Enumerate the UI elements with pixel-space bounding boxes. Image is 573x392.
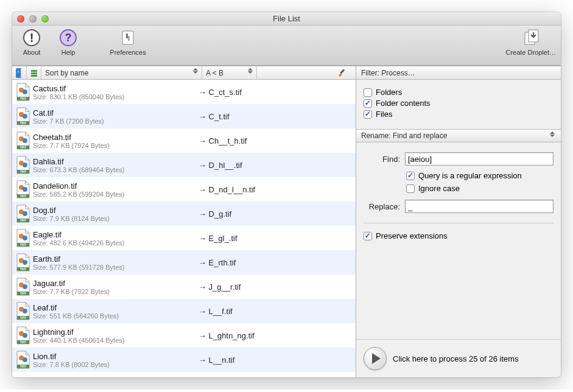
file-size: Size: 482.6 KB (494226 Bytes): [33, 239, 199, 247]
folders-checkbox[interactable]: [364, 88, 372, 97]
file-new-name: → D_g.tif: [199, 201, 356, 226]
svg-rect-10: [21, 68, 23, 78]
replace-input[interactable]: [405, 200, 554, 213]
help-button[interactable]: ? Help: [54, 28, 83, 56]
file-tiff-icon: TIFF: [12, 250, 32, 275]
file-size: Size: 440.1 KB (450614 Bytes): [33, 337, 199, 344]
zoom-icon[interactable]: [41, 15, 49, 23]
minimize-icon[interactable]: [29, 15, 37, 23]
sort-dropdown[interactable]: Sort by name: [41, 66, 202, 79]
svg-text:TIFF: TIFF: [20, 219, 27, 222]
table-row[interactable]: TIFF Eagle.tif Size: 482.6 KB (494226 By…: [12, 226, 356, 250]
file-tiff-icon: TIFF: [12, 323, 32, 348]
svg-point-34: [23, 187, 27, 192]
header-finder-icon[interactable]: [12, 66, 27, 79]
file-tiff-icon: TIFF: [12, 153, 32, 177]
folder-contents-checkbox[interactable]: [364, 99, 372, 108]
file-name: Jaguar.tif: [33, 279, 199, 288]
rename-header-label: Rename: Find and replace: [361, 131, 447, 140]
ignore-case-checkbox[interactable]: [406, 184, 415, 193]
about-label: About: [23, 49, 41, 56]
file-tiff-icon: TIFF: [12, 80, 32, 104]
file-size: Size: 7.8 KB (8002 Bytes): [33, 361, 199, 368]
rename-body: Find: Query is a regular expression Igno…: [356, 142, 561, 339]
file-new-name: → J_g__r.tif: [199, 275, 356, 299]
file-new-name: → Ch__t_h.tif: [199, 128, 356, 153]
file-name: Lightning.tif: [33, 327, 199, 337]
help-label: Help: [62, 49, 76, 56]
file-name: Cheetah.tif: [33, 133, 199, 142]
table-row[interactable]: TIFF Cat.tif Size: 7 KB (7200 Bytes) → C…: [12, 104, 356, 128]
find-input[interactable]: [405, 152, 554, 166]
file-size: Size: 830.1 KB (850040 Bytes): [33, 93, 199, 100]
table-row[interactable]: TIFF Dandelion.tif Size: 585.2 KB (59920…: [12, 177, 356, 201]
svg-rect-5: [126, 33, 128, 38]
find-label: Find:: [364, 155, 400, 164]
create-droplet-button[interactable]: Create Droplet…: [505, 28, 556, 56]
file-tiff-icon: TIFF: [12, 275, 32, 299]
svg-rect-16: [340, 69, 345, 74]
file-size: Size: 7.9 KB (8124 Bytes): [33, 215, 199, 222]
regex-checkbox[interactable]: [406, 172, 415, 180]
brush-icon[interactable]: [337, 68, 346, 77]
preferences-icon: [118, 28, 138, 47]
svg-point-62: [23, 357, 27, 362]
help-icon: ?: [58, 28, 78, 47]
file-new-name: → L_ghtn_ng.tif: [199, 323, 356, 348]
content: Sort by name A < B TIFF Cactus.tif S: [12, 66, 561, 377]
svg-text:TIFF: TIFF: [20, 194, 27, 198]
files-label: Files: [376, 110, 392, 119]
svg-point-42: [23, 236, 27, 240]
table-row[interactable]: TIFF Cheetah.tif Size: 7.7 KB (7924 Byte…: [12, 128, 356, 153]
folder-contents-label: Folder contents: [376, 99, 431, 108]
svg-text:!: !: [30, 31, 34, 44]
preferences-label: Preferences: [110, 49, 146, 56]
process-button[interactable]: [364, 347, 387, 370]
file-tiff-icon: TIFF: [12, 201, 32, 226]
svg-point-11: [18, 71, 19, 72]
svg-point-46: [23, 260, 27, 265]
file-name: Dandelion.tif: [33, 181, 199, 191]
svg-text:TIFF: TIFF: [20, 121, 27, 125]
header-view-icon[interactable]: [27, 66, 41, 79]
table-row[interactable]: TIFF Dahlia.tif Size: 673.3 KB (689464 B…: [12, 153, 356, 177]
svg-point-54: [23, 309, 27, 313]
table-row[interactable]: TIFF Cactus.tif Size: 830.1 KB (850040 B…: [12, 80, 356, 104]
svg-text:TIFF: TIFF: [20, 97, 27, 100]
preferences-button[interactable]: Preferences: [104, 28, 152, 56]
window-title: File List: [12, 14, 561, 23]
table-row[interactable]: TIFF Leaf.tif Size: 551 KB (564260 Bytes…: [12, 299, 356, 323]
table-row[interactable]: TIFF Dog.tif Size: 7.9 KB (8124 Bytes) →…: [12, 201, 356, 226]
table-row[interactable]: TIFF Jaguar.tif Size: 7.7 KB (7922 Bytes…: [12, 275, 356, 299]
file-tiff-icon: TIFF: [12, 177, 32, 201]
droplet-icon: [521, 28, 541, 47]
rename-header[interactable]: Rename: Find and replace: [356, 129, 561, 142]
svg-rect-14: [31, 72, 37, 74]
about-button[interactable]: ! About: [17, 28, 46, 56]
header-spacer: [257, 66, 356, 79]
file-name: Cat.tif: [33, 108, 199, 117]
file-name: Cactus.tif: [33, 84, 199, 93]
table-row[interactable]: TIFF Earth.tif Size: 577.9 KB (591728 By…: [12, 250, 356, 275]
close-icon[interactable]: [17, 15, 24, 23]
preserve-ext-checkbox[interactable]: [364, 232, 372, 240]
files-checkbox[interactable]: [364, 110, 372, 119]
svg-text:TIFF: TIFF: [20, 170, 27, 173]
filter-header-label: Filter: Process…: [361, 69, 415, 77]
svg-point-22: [23, 114, 27, 119]
filter-header[interactable]: Filter: Process…: [356, 66, 561, 80]
file-new-name: → E_rth.tif: [199, 250, 356, 275]
file-tiff-icon: TIFF: [12, 128, 32, 153]
table-row[interactable]: TIFF Lightning.tif Size: 440.1 KB (45061…: [12, 323, 356, 348]
titlebar: File List: [12, 12, 561, 26]
file-list[interactable]: TIFF Cactus.tif Size: 830.1 KB (850040 B…: [12, 80, 356, 377]
file-tiff-icon: TIFF: [12, 104, 32, 128]
svg-point-38: [23, 211, 27, 216]
svg-text:TIFF: TIFF: [20, 292, 27, 295]
file-new-name: → L__n.tif: [199, 348, 356, 372]
order-dropdown[interactable]: A < B: [202, 66, 257, 79]
file-size: Size: 585.2 KB (599204 Bytes): [33, 191, 199, 198]
svg-point-18: [23, 89, 27, 94]
column-header: Sort by name A < B: [12, 66, 356, 80]
table-row[interactable]: TIFF Lion.tif Size: 7.8 KB (8002 Bytes) …: [12, 348, 356, 372]
